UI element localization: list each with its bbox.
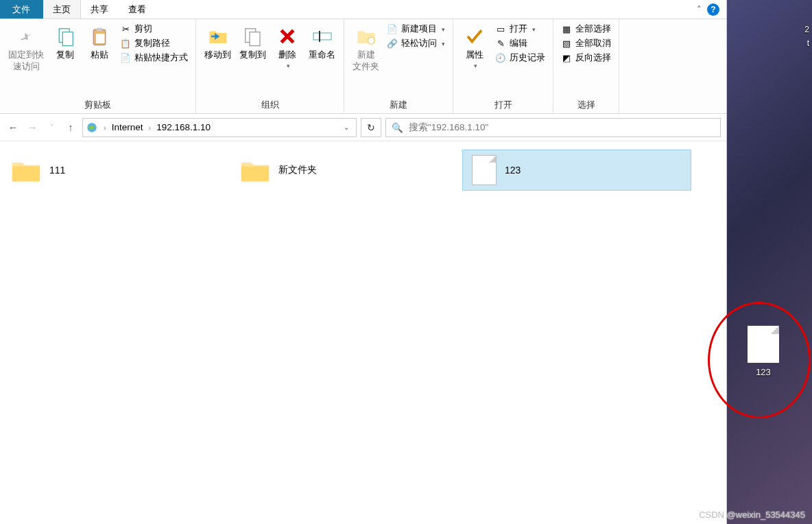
tab-view[interactable]: 查看 xyxy=(119,0,156,19)
moveto-button[interactable]: 移动到 xyxy=(200,22,235,64)
copyto-icon xyxy=(241,25,265,48)
delete-button[interactable]: 删除▾ xyxy=(270,22,304,72)
selectall-icon: ▦ xyxy=(561,24,572,35)
back-button[interactable]: ← xyxy=(5,120,21,135)
paste-button[interactable]: 粘贴 xyxy=(82,22,117,64)
copy-icon xyxy=(53,25,77,48)
select-group-label: 选择 xyxy=(577,98,595,112)
svg-rect-8 xyxy=(319,31,320,42)
svg-point-9 xyxy=(368,37,374,44)
ribbon-group-organize: 移动到 复制到 删除▾ 重命名 组织 xyxy=(196,19,344,113)
up-button[interactable]: ↑ xyxy=(63,120,78,135)
ribbon-group-new: 新建 文件夹 📄新建项目▾ 🔗轻松访问▾ 新建 xyxy=(344,19,453,113)
rename-button[interactable]: 重命名 xyxy=(304,22,339,64)
list-item[interactable]: 新文件夹 xyxy=(233,150,462,191)
search-box[interactable]: 🔍 搜索"192.168.1.10" xyxy=(385,118,721,137)
refresh-button[interactable]: ↻ xyxy=(361,118,381,137)
desktop-file[interactable]: 123 xyxy=(748,326,779,377)
pin-icon xyxy=(14,25,38,48)
clipboard-group-label: 剪贴板 xyxy=(84,98,111,112)
cut-button[interactable]: ✂剪切 xyxy=(118,22,190,36)
chevron-right-icon: › xyxy=(145,123,154,132)
file-list: 111 新文件夹 123 xyxy=(0,141,726,199)
rename-icon xyxy=(311,25,334,48)
edit-button[interactable]: ✎编辑 xyxy=(493,36,547,51)
forward-button[interactable]: → xyxy=(25,120,40,135)
newitem-button[interactable]: 📄新建项目▾ xyxy=(385,22,447,36)
collapse-ribbon-icon[interactable]: ˄ xyxy=(697,4,702,14)
properties-button[interactable]: 属性▾ xyxy=(457,22,492,72)
ribbon-group-select: ▦全部选择 ▧全部取消 ◩反向选择 选择 xyxy=(553,19,619,113)
search-placeholder: 搜索"192.168.1.10" xyxy=(409,121,488,134)
list-item[interactable]: 123 xyxy=(462,150,691,191)
svg-rect-3 xyxy=(97,28,102,32)
explorer-window: 文件 主页 共享 查看 ˄ ? 固定到快 速访问 复制 粘贴 xyxy=(0,0,727,524)
address-dropdown-icon[interactable]: ⌄ xyxy=(339,123,353,131)
chevron-down-icon: ▾ xyxy=(474,62,477,69)
svg-rect-1 xyxy=(62,32,73,46)
search-icon: 🔍 xyxy=(392,122,403,133)
ribbon-group-clipboard: 固定到快 速访问 复制 粘贴 ✂剪切 📋复制路径 📄粘贴快捷方式 剪贴板 xyxy=(0,19,196,113)
tab-file[interactable]: 文件 xyxy=(0,0,43,19)
ribbon: 固定到快 速访问 复制 粘贴 ✂剪切 📋复制路径 📄粘贴快捷方式 剪贴板 xyxy=(0,19,726,114)
svg-rect-6 xyxy=(250,32,260,46)
svg-rect-7 xyxy=(313,33,331,40)
open-group-label: 打开 xyxy=(494,98,512,112)
file-icon xyxy=(748,326,779,363)
moveto-icon xyxy=(206,25,230,48)
selectnone-icon: ▧ xyxy=(561,38,572,49)
desktop-file-label: 123 xyxy=(756,367,771,377)
newfolder-icon xyxy=(355,25,378,48)
folder-icon xyxy=(11,156,41,184)
item-name: 111 xyxy=(49,165,65,176)
history-icon: 🕘 xyxy=(495,53,506,64)
item-name: 123 xyxy=(505,165,521,176)
edit-icon: ✎ xyxy=(495,38,506,49)
chevron-right-icon: › xyxy=(101,123,109,132)
selectall-button[interactable]: ▦全部选择 xyxy=(559,22,613,36)
navigation-bar: ← → ˅ ↑ › Internet › 192.168.1.10 ⌄ ↻ 🔍 … xyxy=(0,114,726,141)
pin-button[interactable]: 固定到快 速访问 xyxy=(4,22,48,75)
desktop-text: 2 xyxy=(804,25,809,34)
chevron-down-icon: ▾ xyxy=(287,62,290,69)
desktop-background: 2 t 123 xyxy=(727,0,812,524)
copy-button[interactable]: 复制 xyxy=(48,22,82,64)
copypath-icon: 📋 xyxy=(120,38,131,49)
file-icon xyxy=(472,155,497,185)
newfolder-button[interactable]: 新建 文件夹 xyxy=(348,22,383,75)
pasteshortcut-button[interactable]: 📄粘贴快捷方式 xyxy=(118,51,190,65)
ribbon-tabs: 文件 主页 共享 查看 ˄ ? xyxy=(0,0,726,19)
watermark: CSDN @weixin_53544345 xyxy=(699,510,805,520)
recent-dropdown[interactable]: ˅ xyxy=(44,120,59,135)
list-item[interactable]: 111 xyxy=(4,150,233,191)
copypath-button[interactable]: 📋复制路径 xyxy=(118,36,190,51)
crumb-ip[interactable]: 192.168.1.10 xyxy=(156,122,211,132)
open-button[interactable]: ▭打开▾ xyxy=(493,22,547,36)
item-name: 新文件夹 xyxy=(278,164,317,176)
selectnone-button[interactable]: ▧全部取消 xyxy=(559,36,613,51)
history-button[interactable]: 🕘历史记录 xyxy=(493,51,547,65)
new-group-label: 新建 xyxy=(390,98,407,112)
chevron-down-icon: ▾ xyxy=(532,26,536,33)
delete-icon xyxy=(276,25,299,48)
paste-icon xyxy=(88,25,111,48)
tab-share[interactable]: 共享 xyxy=(81,0,119,19)
tab-home[interactable]: 主页 xyxy=(43,0,81,19)
copy-label: 复制 xyxy=(56,49,74,61)
help-icon[interactable]: ? xyxy=(707,3,719,16)
newitem-icon: 📄 xyxy=(387,24,398,35)
ribbon-group-open: 属性▾ ▭打开▾ ✎编辑 🕘历史记录 打开 xyxy=(453,19,553,113)
invert-icon: ◩ xyxy=(561,53,572,64)
properties-icon xyxy=(463,25,486,48)
organize-group-label: 组织 xyxy=(261,98,279,112)
copyto-button[interactable]: 复制到 xyxy=(235,22,270,64)
chevron-down-icon: ▾ xyxy=(442,40,445,47)
crumb-internet[interactable]: Internet xyxy=(112,122,143,132)
cut-icon: ✂ xyxy=(120,24,131,35)
address-bar[interactable]: › Internet › 192.168.1.10 ⌄ xyxy=(82,118,357,137)
easyaccess-button[interactable]: 🔗轻松访问▾ xyxy=(385,36,447,51)
internet-icon xyxy=(86,121,98,134)
invert-button[interactable]: ◩反向选择 xyxy=(559,51,613,65)
svg-rect-4 xyxy=(96,34,105,43)
chevron-down-icon: ▾ xyxy=(442,26,445,33)
